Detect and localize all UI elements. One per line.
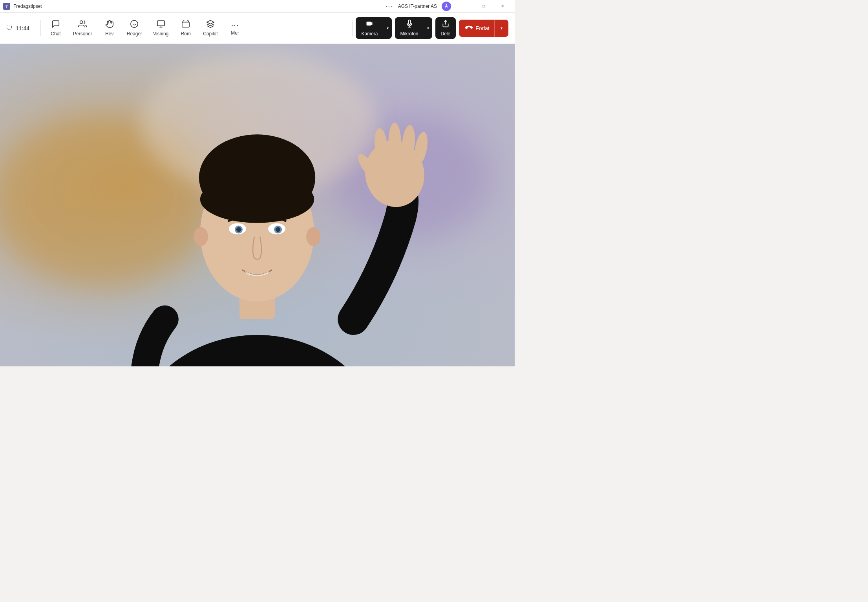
title-bar: T Fredagstipset ··· AGS IT-partner AS A …	[0, 0, 515, 13]
avatar-initials: A	[445, 4, 448, 8]
svg-rect-7	[182, 22, 189, 27]
camera-icon	[365, 20, 373, 29]
toolbar: 🛡 11:44 Chat Personer	[0, 13, 515, 44]
svg-point-3	[131, 20, 138, 27]
copilot-icon	[206, 20, 215, 29]
more-icon: ···	[231, 21, 239, 29]
more-button[interactable]: ··· Mer	[223, 18, 247, 38]
camera-button[interactable]: Kamera	[356, 17, 383, 39]
org-name: AGS IT-partner AS	[398, 4, 437, 9]
title-bar-right: ··· AGS IT-partner AS A − □ ✕	[386, 0, 512, 13]
user-avatar[interactable]: A	[442, 2, 451, 11]
raise-label: Hev	[105, 31, 113, 37]
mic-icon	[406, 20, 413, 29]
people-label: Personer	[73, 31, 92, 37]
react-button[interactable]: Reager	[121, 17, 148, 39]
svg-point-2	[80, 21, 83, 24]
room-label: Rom	[181, 31, 191, 37]
minimize-button[interactable]: −	[456, 0, 474, 13]
view-icon	[157, 20, 165, 29]
mic-group: Mikrofon ▾	[395, 17, 432, 39]
svg-point-23	[194, 227, 208, 246]
react-label: Reager	[127, 31, 142, 37]
svg-point-24	[306, 227, 320, 246]
view-button[interactable]: Visning	[148, 17, 174, 39]
people-button[interactable]: Personer	[68, 17, 98, 39]
video-feed	[0, 44, 515, 366]
video-area	[0, 44, 515, 366]
view-label: Visning	[153, 31, 168, 37]
leave-dropdown-button[interactable]: ▾	[494, 20, 508, 37]
raise-icon	[105, 20, 114, 29]
raise-button[interactable]: Hev	[98, 17, 121, 39]
title-bar-left: T Fredagstipset	[3, 3, 42, 10]
chat-label: Chat	[51, 31, 60, 37]
timer-section: 🛡 11:44	[6, 25, 29, 32]
svg-point-30	[276, 227, 280, 232]
copilot-button[interactable]: Copilot	[197, 17, 223, 39]
mic-label: Mikrofon	[400, 31, 418, 37]
chat-icon	[51, 20, 60, 29]
react-icon	[130, 20, 139, 29]
window-controls: − □ ✕	[456, 0, 512, 13]
chat-button[interactable]: Chat	[44, 17, 68, 39]
svg-text:T: T	[5, 5, 8, 9]
close-button[interactable]: ✕	[493, 0, 512, 13]
svg-rect-6	[157, 21, 164, 26]
toolbar-items: Chat Personer	[44, 17, 349, 39]
phone-icon	[465, 24, 472, 32]
teams-logo-icon: T	[3, 3, 10, 10]
video-content	[0, 44, 515, 366]
room-button[interactable]: Rom	[174, 17, 197, 39]
mic-button[interactable]: Mikrofon	[395, 17, 424, 39]
call-timer: 11:44	[16, 25, 29, 31]
share-label: Dele	[441, 31, 451, 37]
app-title: Fredagstipset	[13, 4, 42, 9]
svg-point-22	[200, 176, 314, 223]
camera-dropdown-button[interactable]: ▾	[384, 24, 392, 32]
share-icon	[442, 20, 450, 29]
room-icon	[181, 20, 190, 29]
toolbar-right: Kamera ▾ Mikrofon ▾	[356, 17, 508, 39]
svg-point-33	[388, 123, 401, 160]
more-label: Mer	[231, 30, 239, 36]
more-options[interactable]: ···	[386, 3, 393, 10]
svg-point-29	[236, 227, 241, 232]
camera-label: Kamera	[361, 31, 378, 37]
copilot-label: Copilot	[203, 31, 217, 37]
camera-group: Kamera ▾	[356, 17, 391, 39]
share-button[interactable]: Dele	[435, 17, 456, 39]
mic-dropdown-button[interactable]: ▾	[424, 24, 432, 32]
people-icon	[78, 20, 87, 29]
maximize-button[interactable]: □	[475, 0, 493, 13]
toolbar-divider-2	[352, 20, 353, 36]
toolbar-divider	[40, 20, 41, 36]
leave-label: Forlat	[475, 25, 491, 31]
leave-button[interactable]: Forlat ▾	[459, 20, 508, 37]
shield-icon: 🛡	[6, 25, 13, 32]
